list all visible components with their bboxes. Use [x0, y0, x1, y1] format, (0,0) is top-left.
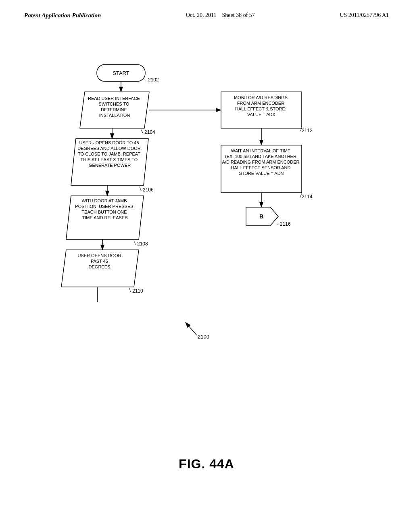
header-date-sheet: Oct. 20, 2011 Sheet 38 of 57	[186, 12, 255, 19]
connector-b-label: B	[259, 213, 263, 220]
header-date: Oct. 20, 2011	[186, 12, 217, 18]
page-header: Patent Application Publication Oct. 20, …	[0, 0, 413, 19]
ref-2104: 2104	[144, 129, 155, 135]
ref-2100: 2100	[198, 334, 209, 340]
header-publication-type: Patent Application Publication	[24, 12, 101, 19]
ref-2110: 2110	[132, 288, 143, 294]
ref-2116: 2116	[280, 221, 291, 227]
diagram-container: START 2102 READ USER INTERFACE SWITCHES …	[0, 56, 413, 480]
ref-2102: 2102	[148, 77, 159, 83]
diagram-svg: START 2102 READ USER INTERFACE SWITCHES …	[0, 56, 413, 480]
ref-2114: 2114	[302, 194, 313, 200]
start-label: START	[113, 70, 129, 76]
svg-line-17	[186, 322, 197, 335]
figure-label: FIG. 44A	[179, 457, 234, 472]
header-sheet: Sheet 38 of 57	[222, 12, 255, 18]
ref-2112: 2112	[302, 128, 313, 133]
ref-2106: 2106	[143, 187, 154, 193]
ref-2108: 2108	[137, 241, 148, 247]
header-patent-number: US 2011/0257796 A1	[340, 12, 389, 19]
